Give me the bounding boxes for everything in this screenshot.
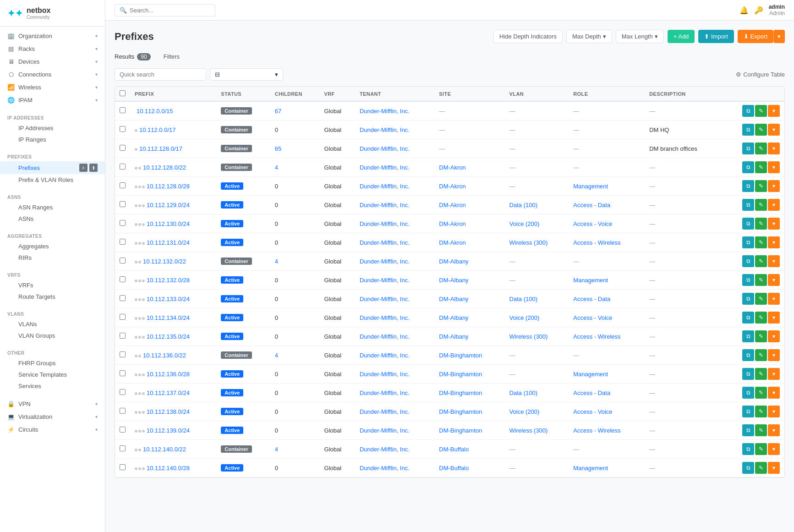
delete-button[interactable]: ▾ — [768, 124, 780, 136]
sidebar-item-ip-addresses[interactable]: IP Addresses — [0, 122, 105, 134]
prefix-link[interactable]: 10.112.136.0/28 — [147, 371, 190, 378]
prefix-link[interactable]: 10.112.128.0/28 — [147, 183, 190, 190]
copy-button[interactable]: ⧉ — [742, 124, 754, 136]
copy-button[interactable]: ⧉ — [742, 424, 754, 436]
row-checkbox[interactable] — [120, 351, 126, 357]
add-button[interactable]: + Add — [668, 30, 695, 43]
site-link[interactable]: DM-Buffalo — [439, 465, 469, 472]
prefix-link[interactable]: 10.112.0.0/15 — [137, 108, 173, 115]
tenant-link[interactable]: Dunder-Mifflin, Inc. — [360, 277, 410, 284]
prefix-link[interactable]: 10.112.129.0/24 — [147, 202, 190, 208]
row-checkbox[interactable] — [120, 164, 126, 170]
vlan-link[interactable]: Data (100) — [509, 202, 537, 208]
row-checkbox[interactable] — [120, 107, 126, 113]
tenant-link[interactable]: Dunder-Mifflin, Inc. — [360, 202, 410, 208]
row-checkbox[interactable] — [120, 220, 126, 226]
configure-table-button[interactable]: ⚙ Configure Table — [736, 71, 785, 78]
tenant-link[interactable]: Dunder-Mifflin, Inc. — [360, 126, 410, 133]
tenant-link[interactable]: Dunder-Mifflin, Inc. — [360, 408, 410, 415]
site-link[interactable]: DM-Albany — [439, 296, 468, 302]
sidebar-item-vlan-groups[interactable]: VLAN Groups — [0, 330, 105, 341]
delete-button[interactable]: ▾ — [768, 387, 780, 399]
prefix-link[interactable]: 10.112.139.0/24 — [147, 427, 190, 434]
vlan-link[interactable]: Data (100) — [509, 296, 537, 302]
copy-button[interactable]: ⧉ — [742, 274, 754, 286]
edit-button[interactable]: ✎ — [755, 124, 767, 136]
sidebar-item-circuits[interactable]: ⚡ Circuits ▾ — [0, 423, 105, 436]
tenant-link[interactable]: Dunder-Mifflin, Inc. — [360, 352, 410, 359]
delete-button[interactable]: ▾ — [768, 349, 780, 361]
site-link[interactable]: DM-Akron — [439, 239, 466, 246]
copy-button[interactable]: ⧉ — [742, 143, 754, 154]
tenant-link[interactable]: Dunder-Mifflin, Inc. — [360, 333, 410, 340]
edit-button[interactable]: ✎ — [755, 199, 767, 211]
row-checkbox[interactable] — [120, 258, 126, 263]
export-button[interactable]: ⬇ Export — [738, 30, 773, 43]
prefix-link[interactable]: 10.112.136.0/22 — [143, 352, 186, 359]
prefix-link[interactable]: 10.112.132.0/22 — [143, 258, 186, 265]
vlan-link[interactable]: Data (100) — [509, 389, 537, 396]
import-button[interactable]: ⬆ Import — [698, 30, 734, 43]
delete-button[interactable]: ▾ — [768, 368, 780, 380]
vlan-link[interactable]: Wireless (300) — [509, 239, 548, 246]
sidebar-item-prefix-vlan-roles[interactable]: Prefix & VLAN Roles — [0, 174, 105, 186]
site-link[interactable]: DM-Binghamton — [439, 371, 482, 378]
edit-button[interactable]: ✎ — [755, 105, 767, 117]
site-link[interactable]: DM-Akron — [439, 164, 466, 171]
tenant-link[interactable]: Dunder-Mifflin, Inc. — [360, 183, 410, 190]
vlan-link[interactable]: Voice (200) — [509, 220, 540, 227]
role-link[interactable]: Access - Wireless — [573, 239, 620, 246]
delete-button[interactable]: ▾ — [768, 236, 780, 248]
delete-button[interactable]: ▾ — [768, 406, 780, 417]
filters-tab[interactable]: Filters — [158, 50, 185, 63]
prefix-link[interactable]: 10.112.134.0/24 — [147, 314, 190, 321]
delete-button[interactable]: ▾ — [768, 255, 780, 267]
sidebar-item-wireless[interactable]: 📶 Wireless ▾ — [0, 81, 105, 93]
vlan-link[interactable]: Wireless (300) — [509, 333, 548, 340]
row-checkbox[interactable] — [120, 427, 126, 433]
site-link[interactable]: DM-Buffalo — [439, 446, 469, 453]
row-checkbox[interactable] — [120, 239, 126, 245]
edit-button[interactable]: ✎ — [755, 424, 767, 436]
delete-button[interactable]: ▾ — [768, 180, 780, 192]
prefix-link[interactable]: 10.112.128.0/22 — [143, 164, 186, 171]
prefix-link[interactable]: 10.112.130.0/24 — [147, 220, 190, 227]
sidebar-item-prefixes[interactable]: Prefixes + ⬆ — [0, 161, 105, 174]
edit-button[interactable]: ✎ — [755, 218, 767, 230]
copy-button[interactable]: ⧉ — [742, 161, 754, 173]
row-checkbox[interactable] — [120, 408, 126, 414]
tenant-link[interactable]: Dunder-Mifflin, Inc. — [360, 465, 410, 472]
copy-button[interactable]: ⧉ — [742, 368, 754, 380]
tenant-link[interactable]: Dunder-Mifflin, Inc. — [360, 145, 410, 152]
role-link[interactable]: Management — [573, 371, 608, 378]
prefix-link[interactable]: 10.112.140.0/22 — [143, 446, 186, 453]
delete-button[interactable]: ▾ — [768, 462, 780, 474]
tenant-link[interactable]: Dunder-Mifflin, Inc. — [360, 258, 410, 265]
role-link[interactable]: Access - Wireless — [573, 427, 620, 434]
row-checkbox[interactable] — [120, 370, 126, 376]
row-checkbox[interactable] — [120, 464, 126, 470]
row-checkbox[interactable] — [120, 445, 126, 451]
sidebar-item-asn-ranges[interactable]: ASN Ranges — [0, 202, 105, 213]
prefix-link[interactable]: 10.112.135.0/24 — [147, 333, 190, 340]
tenant-link[interactable]: Dunder-Mifflin, Inc. — [360, 371, 410, 378]
row-checkbox[interactable] — [120, 182, 126, 188]
edit-button[interactable]: ✎ — [755, 443, 767, 455]
copy-button[interactable]: ⧉ — [742, 293, 754, 305]
edit-button[interactable]: ✎ — [755, 293, 767, 305]
prefix-link[interactable]: 10.112.133.0/24 — [147, 296, 190, 302]
sidebar-item-rirs[interactable]: RIRs — [0, 252, 105, 263]
sidebar-item-ipam[interactable]: 🌐 IPAM ▾ — [0, 93, 105, 106]
site-link[interactable]: DM-Albany — [439, 314, 468, 321]
site-link[interactable]: DM-Binghamton — [439, 408, 482, 415]
add-prefix-button[interactable]: + — [79, 164, 88, 172]
copy-button[interactable]: ⧉ — [742, 218, 754, 230]
sidebar-item-aggregates[interactable]: Aggregates — [0, 241, 105, 252]
edit-button[interactable]: ✎ — [755, 462, 767, 474]
tenant-link[interactable]: Dunder-Mifflin, Inc. — [360, 427, 410, 434]
site-link[interactable]: DM-Albany — [439, 277, 468, 284]
edit-button[interactable]: ✎ — [755, 349, 767, 361]
edit-button[interactable]: ✎ — [755, 180, 767, 192]
site-link[interactable]: DM-Albany — [439, 258, 468, 265]
bell-icon[interactable]: 🔔 — [739, 6, 749, 15]
